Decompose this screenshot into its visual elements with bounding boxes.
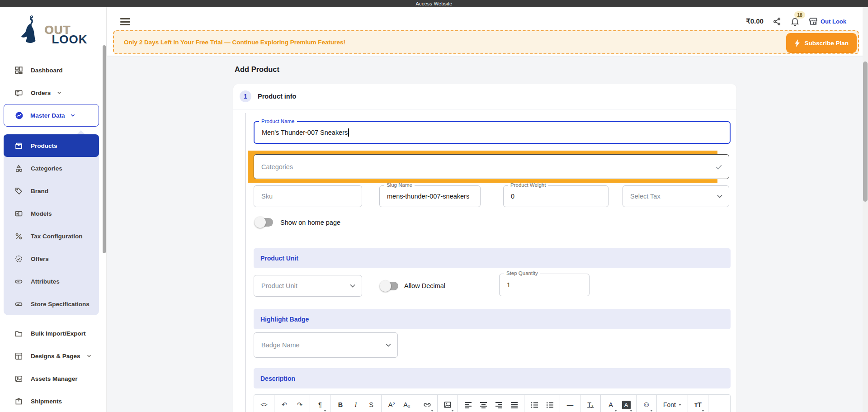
store-button[interactable]: Out Look	[809, 17, 846, 26]
lightning-bolt-icon	[794, 39, 800, 47]
categories-icon	[15, 165, 23, 172]
sidebar-item-label: Bulk Import/Export	[31, 330, 86, 337]
italic-button[interactable]: I	[348, 395, 363, 412]
sidebar-item-store-specifications[interactable]: Store Specifications	[4, 293, 99, 315]
background-color-button[interactable]: A	[618, 395, 634, 412]
insert-image-button[interactable]	[440, 395, 455, 412]
sidebar-item-designs-pages[interactable]: Designs & Pages	[0, 346, 103, 366]
subscribe-plan-button[interactable]: Subscribe Plan	[786, 33, 857, 53]
sidebar-item-label: Master Data	[30, 112, 65, 119]
logo-dress-icon	[19, 15, 42, 52]
show-on-home-page-label: Show on home page	[280, 219, 340, 226]
package-icon	[15, 398, 23, 405]
sidebar-scrollbar-thumb[interactable]	[103, 45, 106, 253]
align-right-button[interactable]	[491, 395, 506, 412]
text-color-button[interactable]: A	[603, 395, 618, 412]
description-section-header: Description	[254, 368, 731, 388]
sidebar-item-shipments[interactable]: Shipments	[0, 391, 103, 412]
product-unit-dropdown[interactable]: Product Unit	[254, 275, 362, 297]
sku-field[interactable]: Sku	[254, 185, 362, 207]
caret-down-icon	[702, 410, 704, 412]
store-button-label: Out Look	[821, 18, 846, 25]
store-specifications-toggle-icon	[15, 300, 23, 308]
horizontal-rule-button[interactable]: —	[562, 395, 578, 412]
source-code-button[interactable]: <>	[256, 395, 272, 412]
redo-button[interactable]: ↷	[292, 395, 307, 412]
page-scrollbar-track[interactable]	[863, 7, 868, 412]
page-scrollbar-thumb[interactable]	[863, 62, 868, 202]
product-name-field[interactable]: Product Name Men's Thunder-007 Sneakers	[254, 121, 731, 144]
sidebar-item-offers[interactable]: Offers	[4, 247, 99, 270]
insert-link-button[interactable]	[420, 395, 435, 412]
background-color-glyph: A	[622, 401, 631, 409]
step-quantity-field[interactable]: Step Quantity 1	[499, 274, 590, 296]
font-size-button[interactable]: тT	[690, 395, 706, 412]
sidebar-item-orders[interactable]: Orders	[0, 82, 103, 103]
undo-button[interactable]: ↶	[277, 395, 292, 412]
superscript-button[interactable]: A²	[384, 395, 399, 412]
image-icon	[443, 401, 452, 409]
bold-button[interactable]: B	[333, 395, 348, 412]
paragraph-format-button[interactable]: ¶	[312, 395, 328, 412]
header-actions: ₹0.00 18	[746, 14, 846, 28]
access-website-bar[interactable]: Access Website	[0, 0, 868, 7]
text-color-glyph: A	[609, 401, 613, 408]
step-title: Product info	[258, 90, 296, 102]
bullet-list-button[interactable]	[527, 395, 542, 412]
share-icon[interactable]	[773, 17, 781, 26]
ordered-list-button[interactable]	[542, 395, 557, 412]
product-weight-field[interactable]: Product Weight 0	[503, 185, 609, 207]
description-section-title: Description	[260, 375, 295, 382]
models-icon	[15, 210, 23, 218]
allow-decimal-toggle[interactable]	[381, 282, 398, 290]
notifications-bell-icon[interactable]: 18	[790, 17, 800, 26]
step-quantity-label: Step Quantity	[504, 270, 540, 276]
subscript-button[interactable]: A₂	[399, 395, 415, 412]
sidebar-item-label: Categories	[31, 165, 62, 172]
sidebar-item-assets-manager[interactable]: Assets Manager	[0, 368, 103, 389]
hamburger-menu-button[interactable]	[120, 18, 130, 25]
sidebar-item-attributes[interactable]: Attributes	[4, 270, 99, 293]
font-family-dropdown[interactable]: Font	[659, 395, 685, 412]
brand-tag-icon	[15, 187, 23, 195]
page-title: Add Product	[235, 65, 279, 74]
sidebar-item-products[interactable]: Products	[4, 134, 99, 157]
categories-field[interactable]: Categories	[254, 154, 729, 179]
sidebar-item-label: Brand	[31, 188, 48, 194]
rich-text-editor-toolbar: <> ↶ ↷ ¶ B I S A² A₂	[254, 394, 731, 412]
product-weight-value: 0	[511, 193, 514, 200]
step-number-badge: 1	[240, 90, 251, 102]
slug-name-field[interactable]: Slug Name mens-thunder-007-sneakers	[379, 185, 481, 207]
sidebar: OUT LOOK Dashboard Ord	[0, 7, 107, 412]
chevron-down-icon	[70, 112, 76, 118]
products-icon	[15, 142, 23, 150]
attributes-toggle-icon	[15, 278, 23, 285]
sidebar-item-categories[interactable]: Categories	[4, 157, 99, 180]
align-justify-button[interactable]	[506, 395, 522, 412]
sidebar-item-dashboard[interactable]: Dashboard	[0, 60, 103, 81]
sidebar-item-brand[interactable]: Brand	[4, 180, 99, 202]
select-tax-dropdown[interactable]: Select Tax	[623, 185, 729, 207]
sidebar-item-tax-configuration[interactable]: Tax Configuration	[4, 225, 99, 247]
access-website-label: Access Website	[416, 1, 453, 6]
badge-name-dropdown[interactable]: Badge Name	[254, 332, 398, 358]
sidebar-item-label: Products	[31, 142, 57, 149]
chevron-down-icon	[348, 281, 357, 290]
logo: OUT LOOK	[0, 13, 107, 54]
add-product-card: 1 Product info Product Name Men's Thunde…	[233, 84, 736, 412]
align-left-button[interactable]	[460, 395, 476, 412]
sidebar-item-models[interactable]: Models	[4, 202, 99, 225]
show-on-home-page-toggle[interactable]	[256, 218, 273, 227]
sidebar-item-label: Shipments	[31, 398, 62, 405]
clear-formatting-button[interactable]: Tₓ	[583, 395, 598, 412]
sidebar-item-master-data[interactable]: Master Data	[4, 104, 99, 127]
product-unit-section-title: Product Unit	[260, 255, 298, 262]
product-unit-placeholder: Product Unit	[261, 282, 297, 289]
strikethrough-button[interactable]: S	[363, 395, 379, 412]
emoji-button[interactable]: ☺	[639, 395, 654, 412]
sidebar-item-label: Dashboard	[31, 67, 63, 74]
highlight-badge-section-header: Highlight Badge	[254, 309, 731, 329]
align-center-button[interactable]	[476, 395, 491, 412]
sidebar-item-bulk-import-export[interactable]: Bulk Import/Export	[0, 323, 103, 344]
sidebar-item-label: Attributes	[31, 278, 60, 285]
